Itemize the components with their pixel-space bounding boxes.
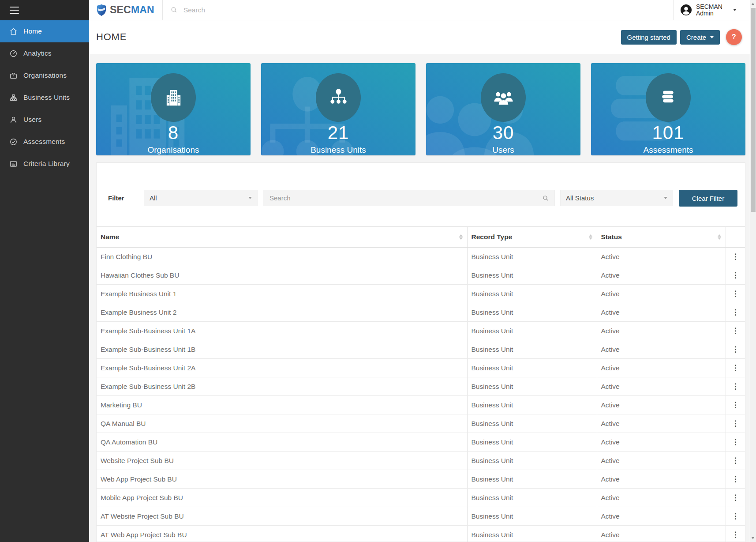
row-actions-menu-icon[interactable]: ⋮ (726, 396, 745, 414)
sort-icon[interactable] (459, 234, 463, 240)
global-search-input[interactable] (183, 6, 458, 15)
row-actions-menu-icon[interactable]: ⋮ (726, 359, 745, 377)
cell-record-type: Business Unit (467, 285, 597, 303)
row-actions-menu-icon[interactable]: ⋮ (726, 433, 745, 452)
row-actions-menu-icon[interactable]: ⋮ (726, 266, 745, 285)
sidebar-item-home[interactable]: Home (0, 20, 89, 42)
cell-record-type: Business Unit (467, 452, 597, 470)
sidebar: Home Analytics Organisations Business Un… (0, 0, 89, 542)
stat-label: Business Units (311, 145, 366, 155)
scroll-down-icon[interactable] (752, 537, 754, 539)
scroll-up-icon[interactable] (752, 3, 754, 5)
getting-started-button[interactable]: Getting started (621, 30, 677, 45)
menu-toggle-button[interactable] (10, 7, 19, 14)
status-filter-select[interactable]: All Status (560, 190, 673, 206)
row-actions-menu-icon[interactable]: ⋮ (726, 470, 745, 489)
table-row[interactable]: QA Manual BU Business Unit Active ⋮ (97, 414, 745, 433)
page-scrollbar[interactable] (750, 0, 756, 542)
table-row[interactable]: Example Business Unit 1 Business Unit Ac… (97, 285, 745, 303)
scrollbar-thumb[interactable] (751, 8, 756, 212)
stat-cards: 8 Organisations 21 Business Units 30 Use… (96, 63, 745, 155)
cell-record-type: Business Unit (467, 248, 597, 266)
stat-label: Organisations (147, 145, 199, 155)
sidebar-item-users[interactable]: Users (0, 109, 89, 131)
table-row[interactable]: Finn Clothing BU Business Unit Active ⋮ (97, 248, 745, 266)
sidebar-item-business-units[interactable]: Business Units (0, 87, 89, 109)
row-actions-menu-icon[interactable]: ⋮ (726, 322, 745, 340)
row-actions-menu-icon[interactable]: ⋮ (726, 285, 745, 303)
table-row[interactable]: Website Project Sub BU Business Unit Act… (97, 452, 745, 470)
chevron-down-icon (710, 36, 714, 38)
sidebar-item-organisations[interactable]: Organisations (0, 64, 89, 87)
record-type-filter-select[interactable]: All (144, 190, 258, 206)
table-row[interactable]: Example Business Unit 2 Business Unit Ac… (97, 303, 745, 322)
table-row[interactable]: Example Sub-Business Unit 1B Business Un… (97, 340, 745, 359)
people-icon (493, 87, 514, 108)
table-row[interactable]: Marketing BU Business Unit Active ⋮ (97, 396, 745, 414)
clear-filter-button[interactable]: Clear Filter (679, 190, 737, 207)
sidebar-item-label: Users (23, 116, 41, 124)
table-row[interactable]: Example Sub-Business Unit 2A Business Un… (97, 359, 745, 377)
cell-status: Active (597, 285, 726, 303)
stat-icon-circle (151, 73, 196, 122)
table-row[interactable]: AT Web App Project Sub BU Business Unit … (97, 526, 745, 542)
cell-status: Active (597, 470, 726, 489)
stat-label: Assessments (644, 145, 693, 155)
cell-name: Mobile App Project Sub BU (97, 489, 467, 507)
cell-record-type: Business Unit (467, 303, 597, 322)
sidebar-item-label: Assessments (23, 138, 65, 146)
sidebar-item-analytics[interactable]: Analytics (0, 42, 89, 64)
app-logo[interactable]: SECMAN (89, 0, 163, 20)
row-actions-menu-icon[interactable]: ⋮ (726, 489, 745, 507)
stat-card-users[interactable]: 30 Users (426, 63, 580, 155)
row-actions-menu-icon[interactable]: ⋮ (726, 452, 745, 470)
table-row[interactable]: AT Website Project Sub BU Business Unit … (97, 507, 745, 526)
table-row[interactable]: Mobile App Project Sub BU Business Unit … (97, 489, 745, 507)
cell-name: AT Website Project Sub BU (97, 507, 467, 526)
row-actions-menu-icon[interactable]: ⋮ (726, 248, 745, 266)
chevron-down-icon (733, 9, 737, 11)
help-button[interactable]: ? (726, 29, 742, 45)
sidebar-item-criteria-library[interactable]: Criteria Library (0, 153, 89, 175)
column-header-status[interactable]: Status (597, 227, 726, 248)
sidebar-header (0, 0, 89, 20)
sort-icon[interactable] (718, 234, 721, 240)
table-row[interactable]: Example Sub-Business Unit 1A Business Un… (97, 322, 745, 340)
column-header-name[interactable]: Name (97, 227, 467, 248)
library-icon (9, 160, 18, 168)
table-search-input[interactable] (269, 194, 542, 202)
home-icon (9, 27, 18, 36)
column-header-actions (726, 227, 745, 248)
cell-status: Active (597, 414, 726, 433)
sidebar-nav: Home Analytics Organisations Business Un… (0, 20, 89, 175)
cell-record-type: Business Unit (467, 526, 597, 542)
row-actions-menu-icon[interactable]: ⋮ (726, 303, 745, 322)
stat-card-assessments[interactable]: 101 Assessments (591, 63, 745, 155)
cell-record-type: Business Unit (467, 340, 597, 359)
row-actions-menu-icon[interactable]: ⋮ (726, 526, 745, 542)
table-row[interactable]: Web App Project Sub BU Business Unit Act… (97, 470, 745, 489)
sort-icon[interactable] (589, 234, 592, 240)
stat-card-organisations[interactable]: 8 Organisations (96, 63, 251, 155)
row-actions-menu-icon[interactable]: ⋮ (726, 414, 745, 433)
header-actions: Getting started Create ? (621, 29, 742, 45)
table-row[interactable]: Hawaiian Clothes Sub BU Business Unit Ac… (97, 266, 745, 285)
table-row[interactable]: QA Automation BU Business Unit Active ⋮ (97, 433, 745, 452)
column-header-record-type[interactable]: Record Type (467, 227, 597, 248)
create-button[interactable]: Create (680, 30, 720, 45)
app-logo-text: SECMAN (110, 4, 154, 16)
user-menu[interactable]: SECMAN Admin (673, 0, 745, 20)
cell-name: Example Business Unit 2 (97, 303, 467, 322)
cell-status: Active (597, 322, 726, 340)
table-row[interactable]: Example Sub-Business Unit 2B Business Un… (97, 377, 745, 396)
row-actions-menu-icon[interactable]: ⋮ (726, 507, 745, 526)
avatar-icon (680, 4, 692, 16)
stat-card-business-units[interactable]: 21 Business Units (261, 63, 415, 155)
row-actions-menu-icon[interactable]: ⋮ (726, 377, 745, 396)
cell-name: Web App Project Sub BU (97, 470, 467, 489)
sidebar-item-assessments[interactable]: Assessments (0, 131, 89, 153)
gauge-icon (9, 49, 18, 58)
global-search (163, 0, 756, 20)
row-actions-menu-icon[interactable]: ⋮ (726, 340, 745, 359)
page-header: HOME Getting started Create ? (89, 20, 756, 54)
